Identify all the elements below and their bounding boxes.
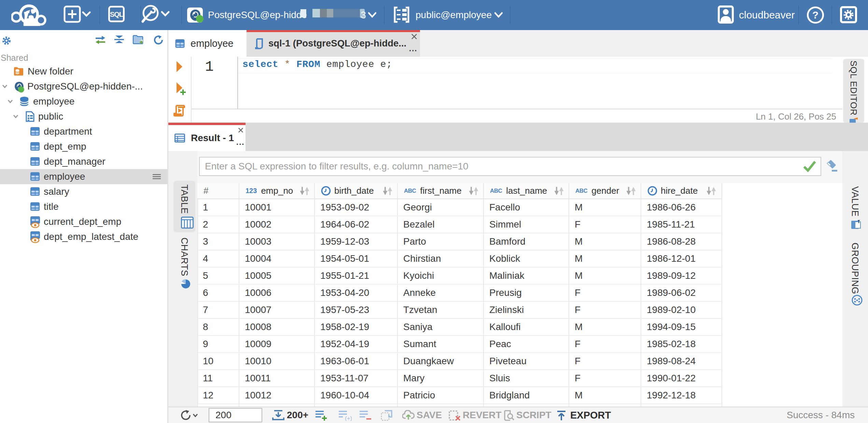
svg-text:(+): (+) [345, 415, 352, 421]
svg-text:?: ? [812, 9, 818, 21]
svg-text:SQL: SQL [110, 11, 123, 18]
